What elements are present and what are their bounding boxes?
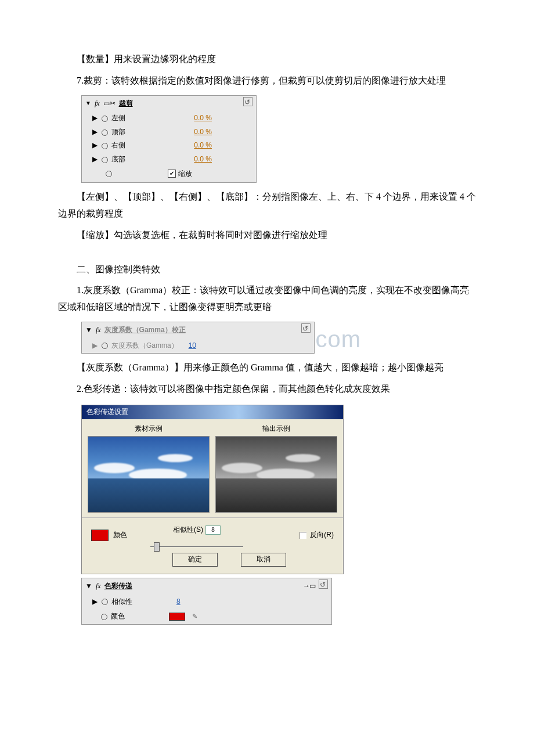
stopwatch-icon[interactable]	[101, 142, 108, 149]
stopwatch-icon[interactable]	[101, 342, 108, 349]
source-preview-label: 素材示例	[88, 422, 210, 437]
dialog-title-text: 色彩传递设置	[86, 406, 128, 419]
effect-title[interactable]: 色彩传递	[104, 580, 132, 593]
disclosure-triangle-icon[interactable]: ▶	[92, 340, 98, 352]
fx-icon: fx	[95, 98, 100, 110]
reset-icon	[301, 323, 311, 333]
cancel-button[interactable]: 取消	[241, 553, 286, 567]
dialog-titlebar: 色彩传递设置	[82, 405, 343, 419]
section-heading: 二、图像控制类特效	[58, 261, 476, 278]
source-preview[interactable]	[88, 436, 210, 513]
stopwatch-icon[interactable]	[105, 170, 112, 177]
stopwatch-icon[interactable]	[101, 115, 108, 122]
disclosure-triangle-icon[interactable]: ▶	[92, 596, 98, 609]
paragraph: 【数量】用来设置边缘羽化的程度	[58, 51, 476, 68]
paragraph: 【左侧】、【顶部】、【右侧】、【底部】：分别指图像左、上、右、下 4 个边界，用…	[58, 189, 476, 222]
param-label: 顶部	[111, 126, 125, 139]
param-value[interactable]: 0.0 %	[194, 153, 212, 166]
disclosure-triangle-icon[interactable]: ▼	[85, 98, 91, 109]
paragraph: 【灰度系数（Gramma）】用来修正颜色的 Gramma 值，值越大，图像越暗；…	[58, 359, 476, 376]
reset-button[interactable]	[319, 579, 328, 593]
disclosure-triangle-icon[interactable]: ▶	[92, 112, 98, 125]
output-preview-label: 输出示例	[215, 422, 337, 437]
output-preview	[215, 436, 337, 513]
crop-rect-icon: ▭✂	[103, 98, 116, 110]
disclosure-triangle-icon[interactable]: ▼	[85, 324, 92, 337]
param-value[interactable]: 8	[176, 596, 181, 609]
reverse-label: 反向(R)	[310, 529, 334, 542]
paragraph: 7.裁剪：该特效根据指定的数值对图像进行修剪，但裁剪可以使剪切后的图像进行放大处…	[58, 73, 476, 89]
similarity-label: 相似性(S)	[173, 524, 203, 537]
stopwatch-icon[interactable]	[101, 156, 108, 163]
zoom-checkbox[interactable]: ✔	[168, 170, 176, 178]
color-swatch[interactable]	[169, 613, 185, 621]
stopwatch-icon[interactable]	[101, 598, 108, 605]
param-label: 颜色	[111, 610, 125, 623]
param-label: 底部	[111, 153, 125, 166]
paragraph: 1.灰度系数（Gramma）校正：该特效可以通过改变图像中间色调的亮度，实现在不…	[58, 282, 476, 316]
crop-effect-panel: ▼ fx ▭✂ 裁剪 ▶ 左侧 0.0 % ▶ 顶部 0.0 % ▶ 右侧 0.…	[81, 95, 257, 183]
param-value[interactable]: 0.0 %	[194, 126, 212, 139]
effect-title[interactable]: 裁剪	[119, 98, 133, 110]
param-value[interactable]: 0.0 %	[194, 112, 212, 125]
disclosure-triangle-icon[interactable]: ▶	[92, 126, 98, 139]
param-label: 相似性	[111, 596, 132, 609]
param-value[interactable]: 0.0 %	[194, 139, 212, 152]
setup-dialog-icon[interactable]: →▭	[303, 580, 315, 593]
similarity-input[interactable]: 8	[205, 525, 221, 535]
slider-thumb[interactable]	[154, 542, 160, 552]
fx-icon: fx	[96, 580, 101, 593]
param-label: 右侧	[111, 139, 125, 152]
paragraph: 2.色彩传递：该特效可以将图像中指定颜色保留，而其他颜色转化成灰度效果	[58, 381, 476, 398]
ok-button[interactable]: 确定	[172, 553, 218, 567]
similarity-slider[interactable]	[150, 546, 243, 547]
color-pass-dialog: 色彩传递设置 素材示例 输出示例	[81, 405, 344, 574]
color-swatch[interactable]	[91, 530, 109, 541]
reset-button[interactable]	[301, 323, 311, 337]
disclosure-triangle-icon[interactable]: ▼	[85, 580, 92, 593]
color-pass-effect-panel: ▼ fx 色彩传递 →▭ ▶ 相似性 8 颜色 ✎	[81, 578, 332, 625]
stopwatch-icon[interactable]	[101, 129, 108, 136]
fx-icon: fx	[96, 324, 101, 337]
reverse-checkbox[interactable]	[300, 532, 306, 539]
disclosure-triangle-icon[interactable]: ▶	[92, 153, 98, 166]
param-value[interactable]: 10	[189, 340, 196, 352]
effect-title[interactable]: 灰度系数（Gamma）校正	[104, 324, 186, 337]
checkbox-label: 缩放	[178, 168, 192, 181]
eyedropper-icon[interactable]: ✎	[192, 611, 197, 622]
reset-icon	[243, 97, 252, 106]
color-label: 颜色	[113, 529, 127, 542]
reset-button[interactable]	[243, 97, 252, 111]
paragraph: 【缩放】勾选该复选框，在裁剪时将同时对图像进行缩放处理	[58, 227, 476, 244]
stopwatch-icon[interactable]	[100, 613, 107, 620]
disclosure-triangle-icon[interactable]: ▶	[92, 139, 98, 152]
reset-icon	[319, 579, 328, 589]
gamma-effect-panel: ▼ fx 灰度系数（Gamma）校正 ▶ 灰度系数（Gamma） 10	[81, 322, 315, 354]
param-label: 灰度系数（Gamma）	[111, 340, 178, 352]
param-label: 左侧	[111, 112, 125, 125]
